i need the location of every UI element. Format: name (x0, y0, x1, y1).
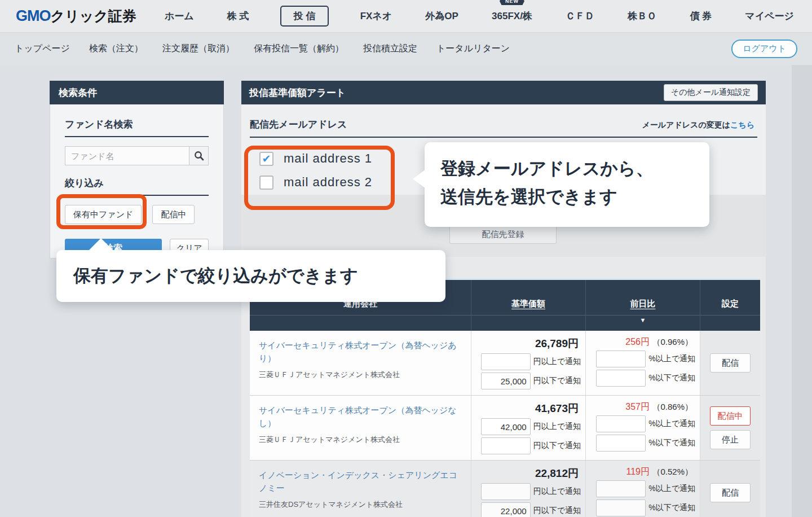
page-right-strip (792, 65, 812, 517)
alert-panel-header: 投信基準価額アラート その他メール通知設定 (241, 81, 766, 104)
yen-below-input[interactable] (481, 502, 531, 517)
search-conditions-body: ファンド名検索 絞り込み 保有中ファンド 配信中 検索 クリア (50, 104, 224, 258)
top-nav-bonds[interactable]: 債 券 (687, 5, 714, 27)
mail-address-list: ✔ mail address 1 mail address 2 (259, 151, 372, 199)
yen-below-label: 円以下で通知 (533, 441, 581, 451)
top-navigation: GMO クリック証券 ホーム 株 式 投 信 FXネオ 外為OP NEW 365… (0, 0, 812, 33)
search-conditions-panel: 検索条件 ファンド名検索 絞り込み 保有中ファンド 配信中 検索 クリア (50, 81, 224, 258)
header-day-on-day-sort[interactable]: 前日比 (630, 280, 656, 315)
yen-above-label: 円以上で通知 (533, 357, 581, 367)
other-mail-settings-button[interactable]: その他メール通知設定 (664, 84, 758, 101)
alert-panel-title: 投信基準価額アラート (249, 86, 346, 99)
sort-desc-icon[interactable]: ▼ (640, 317, 646, 323)
pct-above-label: %以上で通知 (648, 484, 695, 494)
filter-label: 絞り込み (65, 177, 209, 196)
brand-logo-text: クリック証券 (51, 7, 136, 25)
mail-address-row-1[interactable]: ✔ mail address 1 (259, 151, 372, 166)
mail-address-row-2[interactable]: mail address 2 (259, 175, 372, 190)
delivering-status-badge: 配信中 (710, 406, 751, 426)
yen-below-label: 円以下で通知 (533, 506, 581, 516)
change-value: 119円 (626, 467, 650, 476)
header-nav-sort[interactable]: 基準価額 (511, 280, 545, 315)
fund-company: 三井住友DSアセットマネジメント株式会社 (259, 500, 462, 510)
brand-logo[interactable]: GMO クリック証券 (16, 7, 136, 25)
table-row: サイバーセキュリティ株式オープン（為替ヘッジなし） 三菱ＵＦＪアセットマネジメン… (250, 396, 760, 461)
new-badge: NEW (500, 0, 524, 5)
fund-name-link[interactable]: サイバーセキュリティ株式オープン（為替ヘッジなし） (259, 404, 462, 430)
callout-mail-line2: 送信先を選択できます (440, 183, 709, 211)
top-nav-mypage[interactable]: マイページ (743, 5, 796, 27)
filter-holding-funds-button[interactable]: 保有中ファンド (65, 205, 142, 224)
sub-nav-top-page[interactable]: トップページ (15, 43, 70, 55)
top-nav-kabu-bo[interactable]: 株ＢＯ (625, 5, 659, 27)
table-row: サイバーセキュリティ株式オープン（為替ヘッジあり） 三菱ＵＦＪアセットマネジメン… (250, 331, 760, 396)
top-nav-funds-active[interactable]: 投 信 (280, 6, 329, 27)
yen-above-input[interactable] (481, 353, 531, 370)
sub-nav-search-order[interactable]: 検索（注文） (89, 43, 143, 55)
pct-below-input[interactable] (596, 500, 646, 516)
top-nav-home[interactable]: ホーム (162, 5, 196, 27)
sub-nav-accumulation-settings[interactable]: 投信積立設定 (363, 43, 417, 55)
yen-below-input[interactable] (481, 373, 531, 389)
deliver-button[interactable]: 配信 (710, 353, 751, 373)
callout-holding-filter: 保有ファンドで絞り込みができます (56, 250, 445, 302)
fund-company: 三菱ＵＦＪアセットマネジメント株式会社 (259, 435, 462, 445)
pct-below-input[interactable] (596, 370, 646, 387)
pct-above-label: %以上で通知 (648, 419, 695, 429)
stop-button[interactable]: 停止 (710, 430, 751, 449)
deliver-button[interactable]: 配信 (710, 483, 751, 502)
yen-above-input[interactable] (481, 418, 531, 435)
yen-above-label: 円以上で通知 (533, 422, 581, 432)
fund-name-search-label: ファンド名検索 (65, 118, 209, 137)
sub-nav-total-return[interactable]: トータルリターン (436, 43, 510, 55)
top-nav-cfd[interactable]: ＣＦＤ (563, 5, 597, 27)
top-nav-365fx[interactable]: NEW 365FX/株 (489, 5, 535, 27)
fund-name-input[interactable] (65, 146, 189, 165)
table-row: イノベーション・インデックス・シェアリングエコノミー 三井住友DSアセットマネジ… (250, 461, 760, 517)
fund-name-link[interactable]: イノベーション・インデックス・シェアリングエコノミー (259, 468, 462, 495)
pct-above-label: %以上で通知 (648, 354, 695, 364)
mail-address-heading: 配信先メールアドレス (250, 118, 347, 131)
pct-below-input[interactable] (596, 435, 646, 452)
brand-logo-gmo: GMO (16, 7, 51, 25)
sub-navigation: トップページ 検索（注文） 注文履歴（取消） 保有投信一覧（解約） 投信積立設定… (0, 33, 812, 65)
top-nav-365fx-label: 365FX/株 (492, 11, 532, 21)
nav-value: 41,673円 (476, 401, 581, 416)
change-percent: （0.52%） (652, 467, 693, 476)
search-icon (194, 151, 204, 161)
logout-button[interactable]: ログアウト (731, 40, 797, 58)
top-nav-items: ホーム 株 式 投 信 FXネオ 外為OP NEW 365FX/株 ＣＦＤ 株Ｂ… (162, 5, 796, 27)
checkbox-checked-icon[interactable]: ✔ (259, 152, 273, 166)
fund-alert-table: 運用会社 基準価額 前日比 ▼ 設定 サイバーセキュリティ株式オープン（為替ヘッ… (250, 278, 760, 517)
mail-change-link[interactable]: こちら (730, 120, 754, 129)
change-value: 256円 (625, 337, 650, 347)
top-nav-gaitame-op[interactable]: 外為OP (423, 5, 461, 27)
fund-name-link[interactable]: サイバーセキュリティ株式オープン（為替ヘッジあり） (259, 339, 462, 365)
top-nav-stocks[interactable]: 株 式 (225, 5, 251, 27)
filter-delivering-button[interactable]: 配信中 (152, 205, 195, 224)
nav-value: 22,812円 (476, 466, 581, 481)
sub-nav-holdings-list[interactable]: 保有投信一覧（解約） (254, 43, 344, 55)
yen-below-label: 円以下で通知 (533, 376, 581, 386)
yen-below-input[interactable] (481, 437, 531, 454)
header-settings: 設定 (722, 280, 739, 315)
mail-address-2-label: mail address 2 (284, 175, 372, 190)
mail-heading-underline (250, 137, 757, 138)
callout-filter-text: 保有ファンドで絞り込みができます (73, 264, 358, 288)
change-value: 357円 (625, 402, 650, 411)
register-destination-button[interactable]: 配信先登録 (449, 225, 557, 244)
pct-below-label: %以下で通知 (648, 503, 695, 513)
change-percent: （0.86%） (652, 402, 693, 411)
fund-search-button[interactable] (189, 146, 209, 165)
pct-above-input[interactable] (596, 480, 646, 497)
pct-above-input[interactable] (596, 415, 646, 432)
mail-change-label: メールアドレスの変更は (642, 120, 730, 129)
callout-mail-line1: 登録メールアドレスから、 (440, 155, 709, 183)
top-nav-fx-neo[interactable]: FXネオ (358, 5, 395, 27)
pct-below-label: %以下で通知 (648, 373, 695, 383)
checkbox-unchecked-icon[interactable] (259, 176, 273, 190)
pct-above-input[interactable] (596, 350, 646, 367)
yen-above-input[interactable] (481, 483, 531, 500)
sub-nav-order-history[interactable]: 注文履歴（取消） (162, 43, 235, 55)
fund-company: 三菱ＵＦＪアセットマネジメント株式会社 (259, 370, 462, 380)
